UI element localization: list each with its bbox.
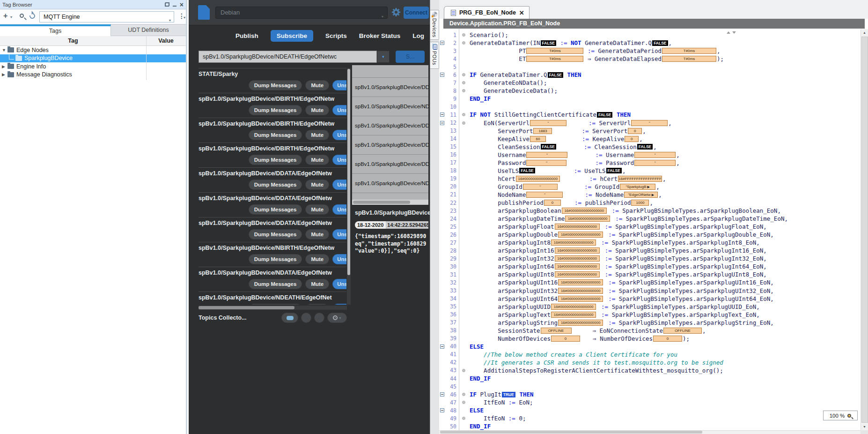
code-line[interactable]: 45 xyxy=(439,382,861,390)
expand-arrow-icon[interactable]: ▼ xyxy=(2,48,7,52)
monitor-value-box[interactable]: 0 xyxy=(544,200,561,206)
monitor-value-box[interactable]: 16#0000000000000000 xyxy=(551,312,596,318)
code-line[interactable]: 31 arSparkplugUInt816#0000000000000000:=… xyxy=(439,270,861,278)
fold-toggle-icon[interactable] xyxy=(440,392,444,397)
code-line[interactable]: 19 hCert16#0000000000000000:= hCert16#FF… xyxy=(439,175,861,183)
code-line[interactable]: 5 xyxy=(439,63,861,71)
dump-messages-button[interactable]: Dump Messages xyxy=(249,155,302,165)
code-line[interactable]: 20 GroupId'':= GroupId"SparkplugB▶, xyxy=(439,183,861,191)
monitor-value-box[interactable]: OFFLINE xyxy=(541,328,572,334)
monitor-value-box[interactable]: 16#0000000000000000 xyxy=(516,176,560,182)
mute-button[interactable]: Mute xyxy=(305,304,329,305)
code-line[interactable]: 4 ETT#0ms ⇒ GenerateDataElapsedT#0ms); xyxy=(439,55,861,63)
monitor-value-box[interactable]: 16#0000000000000000 xyxy=(551,304,596,310)
subscription-item[interactable]: spBv1.0/SparkplugBDevice/DBIRTH/EdgeOfNe… xyxy=(199,143,346,168)
code-line[interactable]: 29 arSparkplugInt3216#0000000000000000:=… xyxy=(439,254,861,262)
dock-tab-pous[interactable]: POUs xyxy=(430,42,439,69)
breakpoint-column[interactable] xyxy=(459,417,468,420)
breakpoint-column[interactable] xyxy=(459,401,468,404)
code-line[interactable]: 49 ItfEoN := 0; xyxy=(439,414,861,422)
dump-messages-button[interactable]: Dump Messages xyxy=(249,229,302,239)
breakpoint-column[interactable] xyxy=(459,113,468,116)
monitor-value-box[interactable]: '' xyxy=(526,152,567,158)
collector-toggle-button[interactable] xyxy=(281,313,298,323)
mute-button[interactable]: Mute xyxy=(305,105,329,115)
dump-messages-button[interactable]: Dump Messages xyxy=(249,279,302,289)
code-line[interactable]: 16 Username'':= Username'', xyxy=(439,151,861,159)
monitor-value-box[interactable]: 16#0000000000000000 xyxy=(555,271,600,277)
dump-messages-button[interactable]: Dump Messages xyxy=(249,254,302,264)
code-line[interactable]: 37 arSparkplugString16#0000000000000000:… xyxy=(439,319,861,327)
monitor-value-box[interactable]: 16#0000000000000000 xyxy=(558,288,603,294)
tree-item-sparkplugbdevice[interactable]: SparkplugBDevice xyxy=(0,54,186,63)
subscription-list-vscrollbar[interactable] xyxy=(347,68,351,305)
code-line[interactable]: 41 //The below method creates a Client C… xyxy=(439,351,861,359)
close-tab-icon[interactable]: ✕ xyxy=(519,9,524,16)
code-line[interactable]: 40ELSE xyxy=(439,343,861,351)
add-tag-button[interactable]: + xyxy=(3,12,7,20)
collector-settings-button[interactable]: ▾ xyxy=(327,313,347,323)
code-line[interactable]: 39 NumberOfDevices0⇒ NumberOfDevices0); xyxy=(439,335,861,343)
monitor-value-box[interactable]: T#0ms xyxy=(526,56,583,62)
code-line[interactable]: 30 arSparkplugInt6416#0000000000000000:=… xyxy=(439,262,861,270)
code-line[interactable]: 11IF NOT StillGettingClientCertificateFA… xyxy=(439,111,861,119)
mqtt-tab-scripts[interactable]: Scripts xyxy=(325,32,347,39)
monitor-value-box[interactable]: '' xyxy=(530,120,566,126)
dump-messages-button[interactable]: Dump Messages xyxy=(249,180,302,190)
code-line[interactable]: 1Scenario(); xyxy=(439,31,861,39)
editor-hscrollbar[interactable] xyxy=(439,430,861,434)
gear-icon[interactable] xyxy=(391,7,401,17)
message-row[interactable]: spBv1.0/SparkplugBDevice/DDAT xyxy=(352,78,428,97)
code-line[interactable]: 46IF PlugItTRUE THEN xyxy=(439,390,861,398)
mute-button[interactable]: Mute xyxy=(305,155,329,165)
mqtt-tab-log[interactable]: Log xyxy=(412,32,424,39)
message-row[interactable]: spBv1.0/SparkplugBDevice/DDAT xyxy=(352,135,428,155)
monitor-value-box[interactable]: 16#0000000000000000 xyxy=(565,216,610,222)
code-line[interactable]: 7 GenerateEoNData(); xyxy=(439,79,861,87)
monitor-value-box[interactable]: "EdgeOfNetw▶ xyxy=(624,192,658,198)
close-icon[interactable]: × xyxy=(180,2,184,7)
subscription-item[interactable]: spBv1.0/SparkplugBDevice/DBIRTH/EdgeOfNe… xyxy=(199,118,346,143)
monitor-value-box[interactable]: 16#0000000000000000 xyxy=(555,224,600,230)
collector-button-1[interactable] xyxy=(301,313,311,323)
monitor-value-box[interactable]: '' xyxy=(634,160,676,166)
code-line[interactable]: 34 arSparkplugUInt6416#0000000000000000:… xyxy=(439,295,861,303)
dump-messages-button[interactable]: Dump Messages xyxy=(249,105,302,115)
code-line[interactable]: 35 arSparkplugUUID16#0000000000000000:= … xyxy=(439,303,861,311)
code-line[interactable]: 50END_IF xyxy=(439,422,861,430)
search-icon[interactable] xyxy=(20,14,24,18)
monitor-value-box[interactable]: '' xyxy=(523,184,558,190)
code-line[interactable]: 18 UseTLSFALSE:= UseTLSFALSE, xyxy=(439,167,861,175)
monitor-value-box[interactable]: 0 xyxy=(628,128,642,134)
code-line[interactable]: 28 arSparkplugInt1616#0000000000000000:=… xyxy=(439,247,861,254)
code-line[interactable]: 13 ServerPort1883:= ServerPort0, xyxy=(439,127,861,135)
editor-tab[interactable]: PRG_FB_EoN_Node ✕ xyxy=(444,6,530,19)
dump-messages-button[interactable]: Dump Messages xyxy=(249,204,302,215)
subscription-item[interactable]: STATE/SparkyDump MessagesMuteUns xyxy=(199,68,346,93)
monitor-value-box[interactable]: 0 xyxy=(625,136,639,142)
subscription-item[interactable]: spBv1.0/SparkplugBDevice/DDATA/EdgeOfNet… xyxy=(199,193,346,217)
tab-udt-definitions[interactable]: UDT Definitions xyxy=(111,24,186,36)
subscription-item[interactable]: spBv1.0/SparkplugBDevice/DBIRTH/EdgeOfNe… xyxy=(199,93,346,118)
add-tag-caret-icon[interactable]: ▾ xyxy=(10,15,12,19)
float-window-icon[interactable] xyxy=(165,2,169,7)
mute-button[interactable]: Mute xyxy=(305,254,329,264)
tree-item-message-diagnostics[interactable]: ▶Message Diagnostics xyxy=(0,71,186,79)
unsubscribe-button[interactable]: Uns xyxy=(332,130,346,140)
monitor-value-box[interactable]: 16#FFFFFFFFFFFFFFFF xyxy=(618,176,662,182)
code-line[interactable]: 21 NodeName'':= NodeName"EdgeOfNetw▶, xyxy=(439,191,861,199)
code-line[interactable]: 25 arSparkplugFloat16#0000000000000000:=… xyxy=(439,223,861,231)
code-line[interactable]: 6IF GenerateDataTimer.QFALSE THEN xyxy=(439,71,861,79)
monitor-value-box[interactable]: '' xyxy=(634,152,676,158)
code-line[interactable]: 44END_IF xyxy=(439,374,861,382)
monitor-value-box[interactable]: '' xyxy=(631,120,668,126)
code-line[interactable]: 10 xyxy=(439,103,861,111)
monitor-value-box[interactable]: T#0ms xyxy=(526,48,583,54)
code-line[interactable]: 3 PTT#0ms := GenerateDataPeriodT#0ms, xyxy=(439,47,861,55)
profile-select[interactable]: Debian ▾ xyxy=(215,7,388,19)
refresh-icon[interactable] xyxy=(29,12,37,20)
mqtt-tab-broker-status[interactable]: Broker Status xyxy=(359,32,401,39)
menu-caret-icon[interactable]: ▾ xyxy=(184,15,185,20)
detail-timestamp[interactable]: 18-12-2020 14:42:22.5294265 xyxy=(355,221,428,229)
unsubscribe-button[interactable]: Uns xyxy=(332,279,346,289)
